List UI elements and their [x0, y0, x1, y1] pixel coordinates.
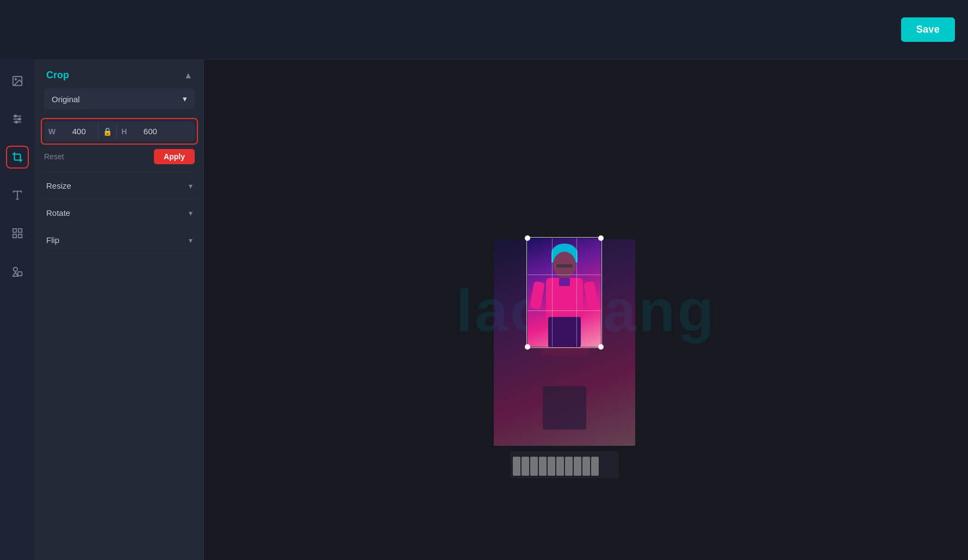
rotate-section[interactable]: Rotate ▾	[35, 200, 203, 226]
divider-4	[44, 253, 195, 254]
dimension-row-wrapper: W 🔒 H	[41, 118, 198, 145]
svg-point-1	[15, 78, 16, 80]
height-input[interactable]	[131, 121, 169, 141]
canvas-area: laolsang	[204, 60, 968, 560]
svg-rect-15	[18, 272, 22, 276]
width-input[interactable]	[60, 121, 98, 141]
icon-sidebar	[0, 60, 35, 560]
panel: Crop ▲ Original ▾ W 🔒 H Reset Apply	[35, 60, 204, 560]
dropdown-arrow-icon: ▾	[183, 94, 187, 104]
resize-label: Resize	[46, 181, 71, 190]
panel-title: Crop	[46, 70, 69, 81]
save-button[interactable]: Save	[901, 17, 955, 42]
resize-arrow-icon: ▾	[189, 182, 193, 190]
svg-point-6	[18, 118, 21, 120]
crop-image-container[interactable]	[528, 238, 601, 349]
resize-section[interactable]: Resize ▾	[35, 172, 203, 199]
sidebar-item-image[interactable]	[6, 70, 29, 92]
svg-point-5	[15, 115, 17, 117]
crop-handle-tl[interactable]	[525, 235, 530, 241]
reset-button[interactable]: Reset	[44, 152, 64, 161]
sidebar-item-text[interactable]	[6, 184, 29, 207]
width-label: W	[44, 122, 60, 141]
rotate-arrow-icon: ▾	[189, 209, 193, 217]
crop-handle-br[interactable]	[598, 344, 604, 350]
flip-label: Flip	[46, 235, 59, 245]
sidebar-item-elements[interactable]	[6, 260, 29, 283]
sidebar-item-crop[interactable]	[6, 146, 29, 169]
dimension-row: W 🔒 H	[44, 121, 195, 141]
svg-point-14	[14, 267, 17, 271]
aspect-ratio-value: Original	[52, 95, 80, 104]
apply-button[interactable]: Apply	[154, 149, 195, 164]
height-label: H	[117, 122, 131, 141]
svg-marker-16	[13, 272, 18, 276]
svg-rect-10	[13, 229, 16, 232]
svg-rect-13	[18, 234, 22, 238]
aspect-ratio-dropdown[interactable]: Original ▾	[44, 89, 195, 109]
svg-rect-12	[13, 234, 16, 238]
flip-section[interactable]: Flip ▾	[35, 227, 203, 253]
top-bar: Save	[0, 0, 968, 60]
lock-icon[interactable]: 🔒	[98, 127, 116, 136]
panel-header: Crop ▲	[35, 60, 203, 89]
sidebar-item-layout[interactable]	[6, 222, 29, 245]
crop-handle-bl[interactable]	[525, 344, 530, 350]
crop-handle-tr[interactable]	[598, 235, 604, 241]
flip-arrow-icon: ▾	[189, 236, 193, 245]
rotate-label: Rotate	[46, 208, 70, 217]
sidebar-item-adjust[interactable]	[6, 108, 29, 130]
collapse-icon[interactable]: ▲	[184, 71, 193, 80]
svg-point-7	[15, 121, 17, 123]
action-row: Reset Apply	[44, 149, 195, 164]
main-layout: Crop ▲ Original ▾ W 🔒 H Reset Apply	[0, 60, 968, 560]
svg-rect-11	[18, 229, 22, 232]
crop-image	[528, 238, 601, 347]
